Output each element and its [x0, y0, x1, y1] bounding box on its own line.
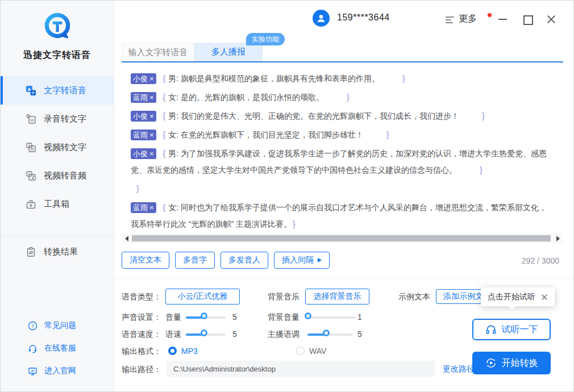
experimental-feature-badge: 实验功能	[246, 33, 285, 45]
dialogue-line: 蓝雨×{女: 在党的光辉旗帜下，我们目光坚定，我们脚步雄壮！}	[131, 127, 554, 143]
speaker-tag[interactable]: 蓝雨×	[131, 92, 156, 103]
dialogue-text: 女: 是的。光辉的旗帜，是我们永恒的颂歌。	[168, 93, 324, 102]
sidebar-link-website[interactable]: 进入官网	[1, 360, 114, 382]
video-to-audio-icon	[26, 170, 36, 181]
voice-type-button[interactable]: 小云/正式优雅	[165, 289, 240, 305]
speaker-tag[interactable]: 小俊×	[131, 111, 156, 122]
speaker-tag[interactable]: 蓝雨×	[131, 130, 156, 140]
dialogue-line: 蓝雨×{女: 同时也为了给我系学子提供一个的展示自我口才艺术与个人风采的舞台，增…	[131, 199, 554, 232]
editor-content: 小俊×{男: 旗帜是典型和模范的象征，旗帜具有先锋和表率的作用。} 蓝雨×{女:…	[122, 62, 563, 232]
output-path-value: C:\Users\Administrator\desktop	[173, 365, 276, 373]
start-convert-button[interactable]: 开始转换	[472, 352, 551, 374]
speaker-tag[interactable]: 小俊×	[131, 73, 156, 84]
tab-label: 输入文字转语音	[128, 47, 188, 58]
remove-speaker-icon[interactable]: ×	[149, 93, 154, 102]
main-area: 159****3644 更多 输入文字转语音 多人播报 实验功能 小俊×{男: …	[114, 1, 574, 391]
dialogue-text: 男: 我们的党是伟大、光明、正确的党。在党的光辉旗帜下，我们成长，我们进步！	[168, 111, 459, 120]
remove-speaker-icon[interactable]: ×	[149, 149, 154, 158]
open-brace: {	[163, 149, 166, 158]
open-brace: {	[163, 93, 166, 102]
scroll-left-icon[interactable]	[125, 236, 128, 241]
slider-knob[interactable]	[305, 312, 311, 319]
speed-slider[interactable]	[186, 333, 226, 336]
tone-slider[interactable]	[307, 333, 353, 336]
sidebar-item-label: 视频转音频	[44, 170, 86, 181]
close-brace: }	[347, 93, 350, 102]
sidebar-item-text-to-speech[interactable]: A 文字转语音	[1, 76, 114, 105]
preview-listen-button[interactable]: 试听一下	[472, 319, 551, 340]
speaker-tag[interactable]: 蓝雨×	[131, 202, 156, 213]
sidebar-nav: A 文字转语音 W 录音转文字	[1, 76, 114, 218]
slider-knob[interactable]	[201, 330, 207, 336]
horizontal-scrollbar[interactable]	[123, 234, 562, 243]
volume-label: 音量	[165, 312, 181, 323]
dialogue-line: 小俊×{男: 旗帜是典型和模范的象征，旗帜具有先锋和表率的作用。}	[131, 70, 554, 87]
remove-speaker-icon[interactable]: ×	[149, 74, 154, 83]
caret-right-icon	[318, 258, 322, 262]
slider-knob[interactable]	[323, 330, 330, 336]
sidebar-item-video-to-audio[interactable]: 视频转音频	[1, 161, 114, 190]
character-count: 292 / 3000	[522, 256, 559, 265]
sidebar-item-results[interactable]: 转换结果	[1, 236, 114, 268]
multi-speaker-button[interactable]: 多发音人	[221, 252, 268, 269]
voice-type-label: 语音类型：	[122, 292, 161, 302]
sidebar-item-toolbox[interactable]: 工具箱	[1, 190, 114, 218]
minimize-button[interactable]	[498, 14, 508, 24]
clear-text-button[interactable]: 清空文本	[122, 252, 169, 269]
script-editor[interactable]: 小俊×{男: 旗帜是典型和模范的象征，旗帜具有先锋和表率的作用。} 蓝雨×{女:…	[122, 62, 563, 245]
sidebar-item-label: 工具箱	[44, 199, 69, 210]
insert-pause-button[interactable]: 插入间隔	[274, 252, 330, 269]
sidebar-item-audio-to-text[interactable]: W 录音转文字	[1, 105, 114, 133]
user-avatar[interactable]	[313, 10, 330, 27]
open-brace: {	[163, 130, 166, 139]
remove-speaker-icon[interactable]: ×	[149, 112, 154, 120]
app-window: 迅捷文字转语音 A 文字转语音 W 录音转文字	[0, 0, 574, 392]
bg-volume-slider[interactable]	[306, 316, 356, 319]
dialogue-text: 女: 同时也为了给我系学子提供一个的展示自我口才艺术与个人风采的舞台，增进思想交…	[131, 203, 547, 228]
speaker-tag[interactable]: 小俊×	[131, 148, 156, 159]
tab-label: 多人播报	[211, 47, 246, 57]
sidebar-link-label: 进入官网	[44, 366, 76, 376]
sidebar-link-support[interactable]: 在线客服	[1, 337, 114, 360]
sidebar-link-faq[interactable]: ? 常见问题	[1, 314, 114, 337]
sound-settings-label: 声音设置：	[122, 312, 161, 323]
dialogue-line: 蓝雨×{女: 是的。光辉的旗帜，是我们永恒的颂歌。}	[131, 89, 554, 106]
more-menu[interactable]: 更多	[446, 13, 477, 25]
change-path-link[interactable]: 更改路径	[443, 364, 475, 374]
dialogue-line: 小俊×{男: 我们的党是伟大、光明、正确的党。在党的光辉旗帜下，我们成长，我们进…	[131, 108, 554, 124]
volume-slider[interactable]	[186, 316, 226, 319]
bg-volume-value: 1	[357, 312, 362, 322]
scrollbar-thumb[interactable]	[132, 235, 551, 241]
close-brace: }	[386, 130, 389, 139]
more-menu-label: 更多	[459, 13, 477, 25]
remove-speaker-icon[interactable]: ×	[149, 203, 154, 212]
sidebar-item-video-to-text[interactable]: W 视频转文字	[1, 133, 114, 161]
toolbox-icon	[26, 199, 36, 210]
open-brace: {	[163, 111, 166, 120]
video-to-text-icon: W	[26, 142, 36, 153]
slider-knob[interactable]	[201, 312, 207, 319]
dialogue-text: 女: 在党的光辉旗帜下，我们目光坚定，我们脚步雄壮！	[168, 130, 364, 139]
svg-text:W: W	[30, 118, 35, 123]
account-phone-number: 159****3644	[337, 12, 390, 23]
mp3-radio[interactable]	[168, 347, 177, 355]
app-name: 迅捷文字转语音	[1, 49, 114, 61]
dialogue-line: 小俊×{男: 为了加强我系学风建设，促进我系学生进一步了解党的历史，加深对党的认…	[131, 145, 554, 178]
wav-label[interactable]: WAV	[309, 347, 326, 356]
volume-value: 5	[232, 312, 237, 322]
wav-radio[interactable]	[296, 347, 305, 355]
tone-value: 5	[357, 330, 362, 339]
choose-bgm-button[interactable]: 选择背景音乐	[305, 289, 369, 305]
mp3-label[interactable]: MP3	[181, 347, 198, 356]
maximize-button[interactable]	[522, 14, 533, 24]
remove-speaker-icon[interactable]: ×	[149, 131, 154, 139]
tooltip-close-icon[interactable]	[541, 294, 548, 301]
tab-input-text-to-speech[interactable]: 输入文字转语音	[122, 43, 194, 61]
output-path-field[interactable]: C:\Users\Administrator\desktop	[167, 361, 435, 377]
sample-text-label: 示例文本	[398, 292, 430, 302]
close-button[interactable]	[546, 14, 556, 24]
open-brace: {	[163, 203, 166, 212]
polyphone-button[interactable]: 多音字	[175, 252, 215, 269]
scroll-right-icon[interactable]	[556, 236, 560, 241]
editor-toolbar: 清空文本 多音字 多发音人 插入间隔	[122, 252, 330, 269]
